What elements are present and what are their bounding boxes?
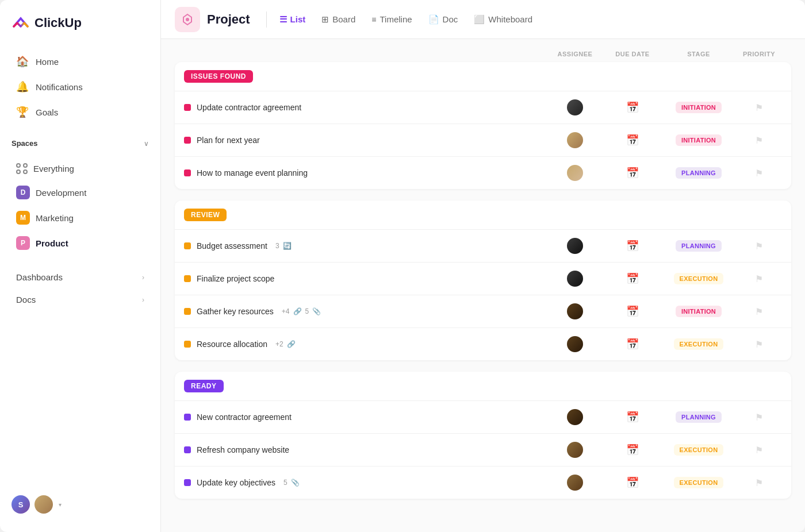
due-date-cell[interactable]: 📅 <box>604 134 661 147</box>
review-badge: REVIEW <box>184 209 227 221</box>
list-tab-label: List <box>290 14 306 24</box>
task-row[interactable]: Gather key resources +4 🔗 5 📎 📅 INITIATI… <box>175 295 791 327</box>
due-date-cell[interactable]: 📅 <box>604 338 661 350</box>
task-dot-purple <box>184 414 191 421</box>
task-left: How to manage event planning <box>184 168 546 178</box>
task-row[interactable]: Budget assessment 3 🔄 📅 PLANNING ⚑ <box>175 229 791 262</box>
tab-timeline[interactable]: ≡ Timeline <box>363 10 420 29</box>
avatar <box>566 237 584 255</box>
priority-cell: ⚑ <box>736 168 782 179</box>
ready-badge: READY <box>184 380 224 392</box>
avatar <box>566 131 584 149</box>
dashboards-label: Dashboards <box>16 272 63 282</box>
sidebar-bottom: S ▾ <box>0 486 160 523</box>
task-name: New contractor agreement <box>197 413 292 422</box>
due-date-cell[interactable]: 📅 <box>604 167 661 179</box>
due-date-cell[interactable]: 📅 <box>604 305 661 318</box>
task-row[interactable]: Refresh company website 📅 EXECUTION ⚑ <box>175 433 791 466</box>
th-due-date: DUE DATE <box>604 51 661 57</box>
assignee-cell <box>546 269 604 288</box>
stage-cell: INITIATION <box>661 102 736 113</box>
due-date-cell[interactable]: 📅 <box>604 444 661 456</box>
section-review-header: REVIEW <box>175 201 791 229</box>
sidebar-item-docs[interactable]: Docs › <box>5 289 156 310</box>
product-badge: P <box>16 236 30 250</box>
task-row[interactable]: Resource allocation +2 🔗 📅 EXECUTION ⚑ <box>175 327 791 360</box>
development-label: Development <box>36 188 86 198</box>
doc-tab-icon: 📄 <box>428 14 439 25</box>
stage-cell: PLANNING <box>661 240 736 252</box>
goals-icon: 🏆 <box>16 106 29 118</box>
flag-icon: ⚑ <box>755 168 763 179</box>
stage-cell: EXECUTION <box>661 444 736 456</box>
priority-cell: ⚑ <box>736 241 782 252</box>
tab-board[interactable]: ⊞ Board <box>313 10 363 29</box>
priority-cell: ⚑ <box>736 339 782 350</box>
task-name: How to manage event planning <box>197 168 308 178</box>
task-dot-purple <box>184 446 191 453</box>
due-date-cell[interactable]: 📅 <box>604 272 661 285</box>
section-issues-header: ISSUES FOUND <box>175 62 791 91</box>
goals-label: Goals <box>36 107 58 117</box>
due-date-cell[interactable]: 📅 <box>604 476 661 489</box>
product-label: Product <box>36 238 68 248</box>
task-row[interactable]: Update key objectives 5 📎 📅 EXECUTION ⚑ <box>175 466 791 499</box>
task-row[interactable]: Plan for next year 📅 INITIATION ⚑ <box>175 124 791 156</box>
sidebar-item-development[interactable]: D Development <box>5 180 156 205</box>
whiteboard-tab-icon: ⬜ <box>474 14 485 25</box>
sidebar-item-everything[interactable]: Everything <box>5 158 156 179</box>
priority-cell: ⚑ <box>736 445 782 456</box>
task-left: Resource allocation +2 🔗 <box>184 340 546 349</box>
task-dot-purple <box>184 479 191 486</box>
tab-doc[interactable]: 📄 Doc <box>420 10 466 29</box>
meta-count-2: 5 <box>305 307 309 315</box>
content-area: ASSIGNEE DUE DATE STAGE PRIORITY ISSUES … <box>161 39 805 532</box>
link-icon: 🔗 <box>293 307 302 315</box>
due-date-cell[interactable]: 📅 <box>604 411 661 423</box>
assignee-cell <box>546 335 604 353</box>
task-left: Plan for next year <box>184 136 546 145</box>
sidebar-item-goals[interactable]: 🏆 Goals <box>5 100 156 124</box>
task-name: Resource allocation <box>197 340 267 349</box>
task-row[interactable]: Finalize project scope 📅 EXECUTION ⚑ <box>175 262 791 295</box>
task-meta: 3 🔄 <box>275 242 292 250</box>
user-dropdown-icon[interactable]: ▾ <box>59 502 62 508</box>
sidebar-item-home[interactable]: 🏠 Home <box>5 49 156 74</box>
sidebar-item-product[interactable]: P Product <box>5 231 156 255</box>
task-row[interactable]: Update contractor agreement 📅 INITIATION… <box>175 91 791 124</box>
flag-icon: ⚑ <box>755 102 763 113</box>
stage-cell: EXECUTION <box>661 338 736 350</box>
task-name: Plan for next year <box>197 136 260 145</box>
task-row[interactable]: New contractor agreement 📅 PLANNING ⚑ <box>175 400 791 433</box>
stage-badge: PLANNING <box>676 411 722 423</box>
stage-badge: PLANNING <box>676 240 722 252</box>
stage-badge: PLANNING <box>676 167 722 179</box>
tab-list[interactable]: ☰ List <box>271 10 314 29</box>
doc-tab-label: Doc <box>443 14 458 24</box>
assignee-cell <box>546 408 604 426</box>
chevron-right-icon-docs: › <box>142 296 144 304</box>
due-date-cell[interactable]: 📅 <box>604 240 661 252</box>
user-avatar-s[interactable]: S <box>12 495 30 514</box>
sidebar-item-dashboards[interactable]: Dashboards › <box>5 267 156 288</box>
whiteboard-tab-label: Whiteboard <box>488 14 532 24</box>
task-row[interactable]: How to manage event planning 📅 PLANNING … <box>175 156 791 189</box>
sidebar-item-marketing[interactable]: M Marketing <box>5 206 156 230</box>
flag-icon: ⚑ <box>755 477 763 488</box>
meta-count: +2 <box>275 340 283 348</box>
section-issues-found: ISSUES FOUND Update contractor agreement… <box>175 62 791 189</box>
task-dot-yellow <box>184 341 191 348</box>
logo[interactable]: ClickUp <box>0 9 160 44</box>
calendar-icon: 📅 <box>626 476 639 489</box>
user-avatar-2[interactable] <box>34 495 53 514</box>
project-svg-icon <box>180 12 195 27</box>
sidebar-item-notifications[interactable]: 🔔 Notifications <box>5 75 156 99</box>
task-left: Refresh company website <box>184 445 546 454</box>
flag-icon: ⚑ <box>755 241 763 252</box>
stage-badge: EXECUTION <box>674 338 724 350</box>
chevron-down-icon[interactable]: ∨ <box>144 140 149 148</box>
due-date-cell[interactable]: 📅 <box>604 101 661 114</box>
th-priority: PRIORITY <box>736 51 782 57</box>
tab-whiteboard[interactable]: ⬜ Whiteboard <box>466 10 540 29</box>
section-review: REVIEW Budget assessment 3 🔄 📅 <box>175 201 791 360</box>
